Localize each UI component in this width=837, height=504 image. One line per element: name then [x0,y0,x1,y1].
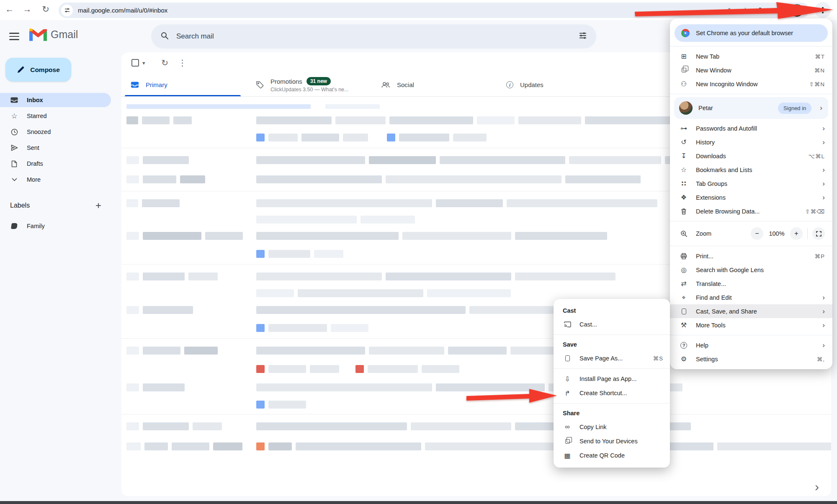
tab-updates[interactable]: i Updates [497,73,622,96]
menu-item-create-shortcut[interactable]: ↱ Create Shortcut... [554,386,670,400]
tab-label: Primary [146,81,167,88]
menu-item-zoom: Zoom − 100% + [670,224,832,243]
menu-item-bookmarks[interactable]: ☆ Bookmarks and Lists › [670,163,832,177]
label-tag-icon [10,223,18,229]
tab-primary[interactable]: Primary [121,73,247,96]
chrome-icon [681,29,690,37]
menu-item-copy-link[interactable]: ∞ Copy Link [554,420,670,434]
menu-item-passwords[interactable]: ⊶ Passwords and Autofill › [670,121,832,135]
menu-item-downloads[interactable]: ↧ Downloads ⌥⌘L [670,149,832,163]
gmail-m-icon [29,28,47,41]
pencil-icon [17,66,25,74]
main-menu-icon[interactable] [9,31,19,41]
select-dropdown-icon[interactable]: ▾ [142,60,145,66]
shortcut-arrow-icon: ↱ [563,389,572,397]
menu-item-profile[interactable]: Petar Signed in › [674,97,828,119]
tab-label: Promotions [270,78,302,85]
promotions-new-badge: 31 new [306,77,331,85]
menu-item-install-page-as-app[interactable]: ⇩ Install Page as App... [554,372,670,386]
clock-icon [10,129,18,136]
site-settings-icon[interactable] [61,5,73,16]
select-all-checkbox[interactable] [131,59,139,67]
sidebar-label: Snoozed [27,129,51,135]
updates-info-icon: i [506,81,513,88]
refresh-icon[interactable]: ↻ [158,58,172,68]
chevron-right-icon: › [820,104,822,112]
gmail-logo: Gmail [29,28,78,41]
table-row[interactable] [121,417,831,436]
promotions-subtitle: ClickUpdates 3.50 — What's ne... [270,87,349,93]
social-people-icon [381,82,390,88]
promotions-tag-icon [256,81,264,89]
menu-item-extensions[interactable]: ❖ Extensions › [670,190,832,204]
search-options-icon[interactable] [579,31,587,41]
menu-item-new-tab[interactable]: ⊞ New Tab ⌘T [670,49,832,63]
menu-item-set-default-browser[interactable]: Set Chrome as your default browser [675,24,828,42]
cast-icon [563,321,572,327]
key-icon: ⊶ [679,124,688,132]
new-window-icon [679,68,688,72]
sidebar-item-more[interactable]: More [0,172,111,187]
menu-item-settings[interactable]: ⚙ Settings ⌘, [670,352,832,366]
print-icon [679,253,688,260]
zoom-label: Zoom [696,230,711,237]
chevron-right-icon: › [822,294,825,301]
tab-label: Social [397,81,414,88]
signed-in-badge: Signed in [778,103,811,114]
star-icon: ☆ [679,166,688,174]
devices-icon [563,439,572,444]
menu-item-cast-save-share[interactable]: Cast, Save, and Share › [670,304,832,318]
zoom-out-button[interactable]: − [751,227,763,240]
incognito-icon: ⚇ [679,80,688,88]
install-app-icon: ⇩ [563,375,572,383]
search-bar[interactable] [151,24,596,49]
cast-save-share-submenu: Cast Cast... Save Save Page As... ⌘S ⇩ I… [554,299,670,468]
new-tab-icon: ⊞ [679,52,688,60]
menu-item-history[interactable]: ↺ History › [670,135,832,149]
menu-item-more-tools[interactable]: ⚒ More Tools › [670,318,832,332]
tab-social[interactable]: Social [372,73,497,96]
tab-promotions[interactable]: Promotions 31 new ClickUpdates 3.50 — Wh… [247,73,372,96]
chevron-right-icon: › [822,139,825,146]
more-options-icon[interactable]: ⋮ [175,58,190,68]
menu-item-cast[interactable]: Cast... [554,317,670,332]
sidebar-item-label-family[interactable]: Family [0,219,111,233]
menu-item-new-incognito-window[interactable]: ⚇ New Incognito Window ⇧⌘N [670,77,832,91]
create-label-button[interactable]: + [95,200,101,211]
sidebar-item-drafts[interactable]: Drafts [0,157,111,171]
menu-item-new-window[interactable]: New Window ⌘N [670,63,832,77]
inbox-icon [10,97,18,103]
url-text[interactable]: mail.google.com/mail/u/0/#inbox [78,7,167,14]
reload-icon[interactable]: ↻ [39,4,52,14]
menu-item-tab-groups[interactable]: ∷ Tab Groups › [670,177,832,190]
search-icon [160,31,169,41]
compose-button[interactable]: Compose [5,58,71,82]
menu-item-help[interactable]: ? Help › [670,338,832,352]
sidebar-item-starred[interactable]: ☆ Starred [0,109,111,123]
sidebar-item-snoozed[interactable]: Snoozed [0,125,111,139]
menu-item-find-and-edit[interactable]: ⌖ Find and Edit › [670,291,832,304]
back-icon[interactable]: ← [3,4,16,14]
chevron-right-icon: › [822,342,825,349]
menu-item-delete-browsing-data[interactable]: Delete Browsing Data... ⇧⌘⌫ [670,204,832,218]
link-icon: ∞ [563,423,572,431]
submenu-header-cast: Cast [554,304,670,317]
search-input[interactable] [175,32,572,41]
menu-item-send-to-devices[interactable]: Send to Your Devices [554,434,670,448]
sidebar-item-sent[interactable]: Sent [0,141,111,155]
menu-item-translate[interactable]: ⇄ Translate... [670,277,832,291]
translate-icon: ⇄ [679,280,688,288]
menu-item-google-lens[interactable]: ◎ Search with Google Lens [670,263,832,277]
menu-item-print[interactable]: Print... ⌘P [670,249,832,263]
history-icon: ↺ [679,138,688,146]
side-panel-chevron[interactable]: › [815,480,819,494]
chevron-right-icon: › [822,125,825,132]
zoom-in-button[interactable]: + [790,227,803,240]
menu-item-create-qr-code[interactable]: ▦ Create QR Code [554,448,670,463]
table-row[interactable] [121,436,831,457]
sidebar-item-inbox[interactable]: Inbox [0,93,111,107]
submenu-header-share: Share [554,406,670,420]
fullscreen-button[interactable] [812,227,825,240]
menu-item-save-page-as[interactable]: Save Page As... ⌘S [554,351,670,365]
forward-icon[interactable]: → [21,4,33,14]
